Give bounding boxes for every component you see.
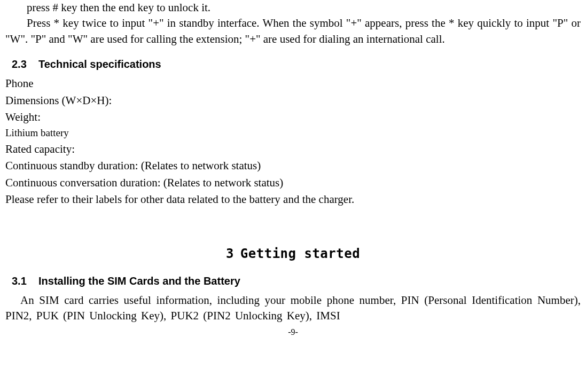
sim-card-paragraph: An SIM card carries useful information, … bbox=[5, 293, 581, 324]
chapter-3-number: 3 bbox=[226, 246, 234, 261]
star-key-text: Press * key twice to input "+" in standb… bbox=[5, 17, 581, 45]
chapter-3-title: Getting started bbox=[240, 246, 360, 261]
star-key-instruction: Press * key twice to input "+" in standb… bbox=[5, 15, 581, 47]
spec-weight: Weight: bbox=[5, 109, 581, 125]
spec-talk: Continuous conversation duration: (Relat… bbox=[5, 175, 581, 191]
spec-capacity: Rated capacity: bbox=[5, 142, 581, 157]
section-2-3-title: Technical specifications bbox=[38, 58, 161, 70]
section-3-1-title: Installing the SIM Cards and the Battery bbox=[38, 275, 240, 287]
spec-dimensions: Dimensions (W×D×H): bbox=[5, 93, 581, 108]
spec-phone-label: Phone bbox=[5, 76, 581, 91]
spec-refer: Please refer to their labels for other d… bbox=[5, 192, 581, 207]
spec-standby: Continuous standby duration: (Relates to… bbox=[5, 158, 581, 174]
section-2-3-number: 2.3 bbox=[12, 57, 38, 72]
chapter-3-heading: 3Getting started bbox=[5, 245, 581, 263]
spec-battery-label: Lithium battery bbox=[5, 126, 581, 140]
section-3-1-number: 3.1 bbox=[12, 273, 38, 288]
section-2-3-heading: 2.3Technical specifications bbox=[12, 57, 581, 72]
page-number: -9- bbox=[5, 326, 581, 338]
unlock-instruction: press # key then the end key to unlock i… bbox=[5, 0, 581, 15]
section-3-1-heading: 3.1Installing the SIM Cards and the Batt… bbox=[12, 273, 581, 288]
